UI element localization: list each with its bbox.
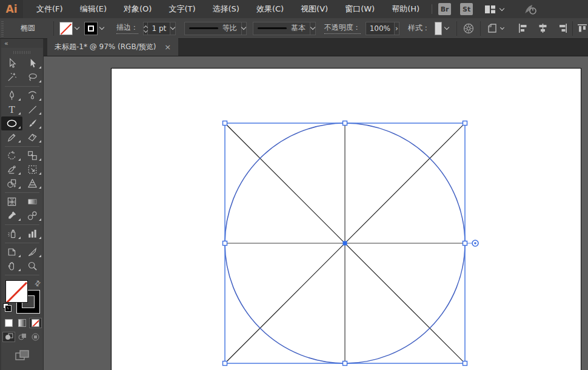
tool-pen[interactable]: [1, 89, 22, 103]
tool-scale[interactable]: [22, 149, 44, 163]
tool-slice[interactable]: [22, 245, 44, 259]
tool-rotate[interactable]: [1, 149, 22, 163]
handle-middle-left[interactable]: [223, 241, 227, 246]
tool-eraser[interactable]: [22, 130, 44, 144]
menu-view[interactable]: 视图(V): [292, 0, 336, 18]
stroke-weight-dropdown[interactable]: [170, 22, 175, 35]
eraser-icon: [27, 132, 38, 143]
opacity-label[interactable]: 不透明度：: [324, 22, 361, 34]
menu-type[interactable]: 文字(T): [160, 0, 204, 18]
fill-proxy[interactable]: [5, 280, 28, 303]
tool-type[interactable]: T: [1, 103, 22, 116]
menu-file[interactable]: 文件(F): [28, 0, 72, 18]
menu-help[interactable]: 帮助(H): [383, 0, 428, 18]
brush-definition-dropdown[interactable]: 基本: [253, 22, 310, 35]
default-fill-stroke-button[interactable]: [3, 303, 11, 311]
draw-normal-icon: [4, 333, 13, 341]
shape-properties-button[interactable]: [486, 22, 504, 35]
recolor-artwork-button[interactable]: [463, 22, 475, 35]
fill-color-dropdown[interactable]: [73, 22, 82, 35]
tool-line-segment[interactable]: [22, 103, 44, 116]
handle-middle-right[interactable]: [463, 241, 467, 246]
stroke-color-dropdown[interactable]: [98, 22, 107, 35]
color-button[interactable]: [2, 318, 15, 328]
workspace-switcher[interactable]: [484, 5, 504, 14]
graphic-style-swatch[interactable]: [435, 22, 442, 35]
menu-select[interactable]: 选择(S): [204, 0, 247, 18]
tool-mesh[interactable]: [1, 195, 22, 209]
tool-paintbrush[interactable]: [22, 116, 44, 130]
menu-effect[interactable]: 效果(C): [248, 0, 292, 18]
stroke-weight-input[interactable]: 1 pt: [147, 22, 170, 35]
opacity-more-button[interactable]: ›: [395, 22, 399, 35]
align-right-button[interactable]: [557, 22, 569, 34]
tool-group-separator: [5, 146, 39, 147]
handle-bottom-left[interactable]: [223, 362, 227, 366]
draw-normal-button[interactable]: [2, 332, 15, 342]
align-center-button[interactable]: [537, 22, 549, 34]
tool-eyedropper[interactable]: [1, 209, 22, 223]
artboard-tool-icon: [6, 246, 18, 258]
tool-shaper[interactable]: [1, 130, 22, 144]
handle-bottom-right[interactable]: [463, 362, 467, 366]
stock-button[interactable]: St: [460, 3, 473, 15]
tool-column-graph[interactable]: [22, 227, 44, 241]
gradient-button[interactable]: [16, 318, 28, 328]
align-top-icon: [576, 22, 588, 34]
draw-inside-button[interactable]: [29, 332, 42, 342]
gpu-performance-button[interactable]: [523, 2, 538, 16]
tools-panel-grip[interactable]: [13, 51, 32, 54]
tool-ellipse[interactable]: [1, 116, 22, 130]
tool-magic-wand[interactable]: [1, 70, 22, 84]
change-screen-mode-button[interactable]: [1, 349, 43, 362]
document-tab[interactable]: 未标题-1* @ 97% (RGB/预览) ×: [47, 38, 178, 56]
stroke-weight-stepper[interactable]: [143, 22, 147, 35]
tool-curvature[interactable]: [22, 89, 44, 103]
graphic-style-dropdown[interactable]: [442, 22, 451, 35]
document-shape-icon: [486, 22, 498, 35]
menu-bar: Ai 文件(F) 编辑(E) 对象(O) 文字(T) 选择(S) 效果(C) 视…: [0, 0, 588, 18]
menu-edit[interactable]: 编辑(E): [72, 0, 115, 18]
align-left-button[interactable]: [517, 22, 529, 34]
swap-fill-stroke-button[interactable]: ⇄: [32, 278, 42, 288]
tool-shape-builder[interactable]: [1, 177, 22, 190]
width-profile-dropdown[interactable]: 等比: [184, 22, 242, 35]
draw-behind-button[interactable]: [16, 332, 28, 342]
tool-blend[interactable]: [22, 209, 44, 223]
stroke-color-swatch[interactable]: [84, 22, 98, 35]
align-top-button[interactable]: [576, 22, 588, 34]
menu-object[interactable]: 对象(O): [115, 0, 160, 18]
tool-zoom[interactable]: [22, 259, 44, 273]
tool-artboard[interactable]: [1, 245, 22, 259]
handle-top-right[interactable]: [463, 121, 467, 126]
handle-top-left[interactable]: [223, 121, 227, 126]
width-profile-chevron[interactable]: [242, 22, 247, 35]
tool-lasso[interactable]: [22, 70, 44, 84]
tool-perspective-grid[interactable]: [22, 177, 44, 190]
tool-puppet-warp[interactable]: [1, 163, 22, 177]
tool-hand[interactable]: [1, 259, 22, 273]
control-bar-grip[interactable]: [1, 21, 4, 36]
fill-color-swatch[interactable]: [59, 22, 73, 35]
canvas-area[interactable]: [44, 56, 588, 370]
collapse-panel-button[interactable]: «: [4, 39, 8, 47]
tool-gradient[interactable]: [22, 195, 44, 209]
opacity-input[interactable]: 100%: [366, 22, 395, 35]
width-profile-preview: [189, 27, 218, 29]
color-wheel-icon: [463, 22, 475, 35]
control-bar: 椭圆 描边： 1 pt 等比 基本 不透明度： 100% › 样式：: [0, 18, 588, 39]
tool-selection[interactable]: [1, 56, 22, 70]
tool-direct-selection[interactable]: [22, 56, 44, 70]
brush-chevron[interactable]: [310, 22, 315, 35]
lasso-icon: [27, 72, 38, 83]
center-anchor-point[interactable]: [343, 241, 347, 246]
tool-symbol-sprayer[interactable]: [1, 227, 22, 241]
bridge-button[interactable]: Br: [438, 3, 451, 15]
menu-window[interactable]: 窗口(W): [336, 0, 383, 18]
stroke-weight-label[interactable]: 描边：: [116, 22, 138, 34]
close-icon[interactable]: ×: [164, 43, 171, 51]
handle-bottom-center[interactable]: [343, 362, 347, 366]
handle-top-center[interactable]: [343, 121, 347, 126]
tool-free-transform[interactable]: [22, 163, 44, 177]
none-button[interactable]: [29, 318, 42, 328]
